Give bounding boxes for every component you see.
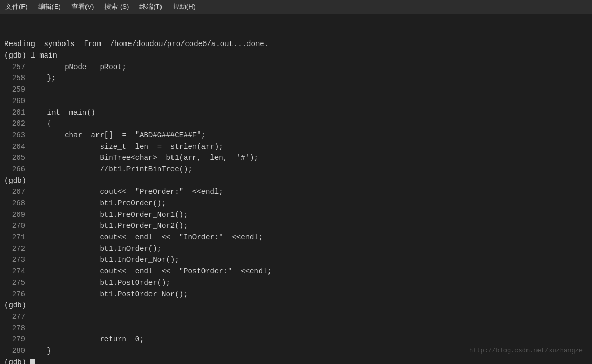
code-line: 262 { [4,118,588,130]
code-content: { [29,119,51,128]
code-line: 261 int main() [4,107,588,119]
line-number: 262 [4,118,25,130]
terminal-window: 文件(F) 编辑(E) 查看(V) 搜索 (S) 终端(T) 帮助(H) Rea… [0,0,592,364]
code-content: bt1.PreOrder_Nor1(); [29,211,188,219]
watermark: http://blog.csdn.net/xuzhangze [469,347,583,355]
code-line: 264 size_t len = strlen(arr); [4,141,588,153]
line-number: 269 [4,209,25,221]
code-content: pNode _pRoot; [29,63,126,71]
gdb-prompt-line: (gdb) l main [4,50,588,62]
menu-bar: 文件(F) 编辑(E) 查看(V) 搜索 (S) 终端(T) 帮助(H) [0,0,592,14]
code-line: 274 cout<< endl << "PostOrder:" <<endl; [4,266,588,278]
line-number: 261 [4,107,25,119]
line-number: 259 [4,84,25,96]
code-line: 275 bt1.PostOrder(); [4,278,588,289]
line-number: 277 [4,312,25,323]
code-line: 272 bt1.InOrder(); [4,244,588,255]
code-content: size_t len = strlen(arr); [29,142,223,151]
line-number: 280 [4,346,25,357]
code-content: }; [29,74,56,82]
code-content: bt1.PreOrder_Nor2(); [29,222,188,230]
terminal-cursor [30,359,35,364]
gdb-prompt-line: (gdb) [4,175,588,187]
code-content: return 0; [29,335,144,344]
code-line: 259 [4,84,588,96]
code-line: 268 bt1.PreOrder(); [4,198,588,209]
terminal-header: Reading symbols from /home/doudou/pro/co… [4,39,588,50]
line-number: 263 [4,130,25,141]
code-content: bt1.InOrder_Nor(); [29,256,179,264]
line-number: 276 [4,289,25,301]
code-line: 263 char arr[] = "ABD#G###CE##F"; [4,130,588,141]
code-line: 273 bt1.InOrder_Nor(); [4,255,588,266]
line-number: 278 [4,323,25,335]
code-line: 267 cout<< "PreOrder:" <<endl; [4,186,588,198]
line-number: 274 [4,266,25,278]
menu-search[interactable]: 搜索 (S) [102,2,131,12]
line-number: 271 [4,232,25,244]
code-line: 269 bt1.PreOrder_Nor1(); [4,209,588,221]
menu-file[interactable]: 文件(F) [3,2,30,12]
code-content: } [29,347,51,355]
line-number: 275 [4,278,25,289]
line-number: 266 [4,164,25,175]
line-number: 267 [4,186,25,198]
line-number: 273 [4,255,25,266]
line-number: 279 [4,334,25,346]
code-content: cout<< "PreOrder:" <<endl; [29,187,223,196]
menu-help[interactable]: 帮助(H) [170,2,198,12]
gdb-cursor-line: (gdb) [4,357,588,364]
code-content: bt1.InOrder(); [29,245,162,253]
code-line: 271 cout<< endl << "InOrder:" <<endl; [4,232,588,244]
code-content: cout<< endl << "PostOrder:" <<endl; [29,267,272,275]
code-content: char arr[] = "ABD#G###CE##F"; [29,131,206,139]
code-content: //bt1.PrintBinTree(); [29,165,192,173]
code-line: 257 pNode _pRoot; [4,62,588,73]
code-line: 266 //bt1.PrintBinTree(); [4,164,588,175]
code-line: 258 }; [4,73,588,84]
line-number: 265 [4,152,25,164]
line-number: 268 [4,198,25,209]
code-line: 278 [4,323,588,335]
line-number: 258 [4,73,25,84]
line-number: 264 [4,141,25,153]
line-number: 257 [4,62,25,73]
code-content: BinTree<char> bt1(arr, len, '#'); [29,153,259,162]
code-content: cout<< endl << "InOrder:" <<endl; [29,233,263,241]
code-content: bt1.PreOrder(); [29,199,166,207]
code-line: 276 bt1.PostOrder_Nor(); [4,289,588,301]
terminal-body[interactable]: Reading symbols from /home/doudou/pro/co… [0,14,592,364]
line-number: 270 [4,220,25,232]
code-line: 265 BinTree<char> bt1(arr, len, '#'); [4,152,588,164]
gdb-prompt-line: (gdb) [4,300,588,312]
menu-edit[interactable]: 编辑(E) [36,2,63,12]
code-content: int main() [29,108,95,117]
menu-view[interactable]: 查看(V) [69,2,96,12]
code-content: bt1.PostOrder(); [29,279,170,287]
line-number: 272 [4,244,25,255]
code-line: 270 bt1.PreOrder_Nor2(); [4,220,588,232]
code-line: 260 [4,96,588,107]
line-number: 260 [4,96,25,107]
menu-terminal[interactable]: 终端(T) [137,2,164,12]
code-content: bt1.PostOrder_Nor(); [29,290,188,299]
code-line: 277 [4,312,588,323]
code-line: 279 return 0; [4,334,588,346]
